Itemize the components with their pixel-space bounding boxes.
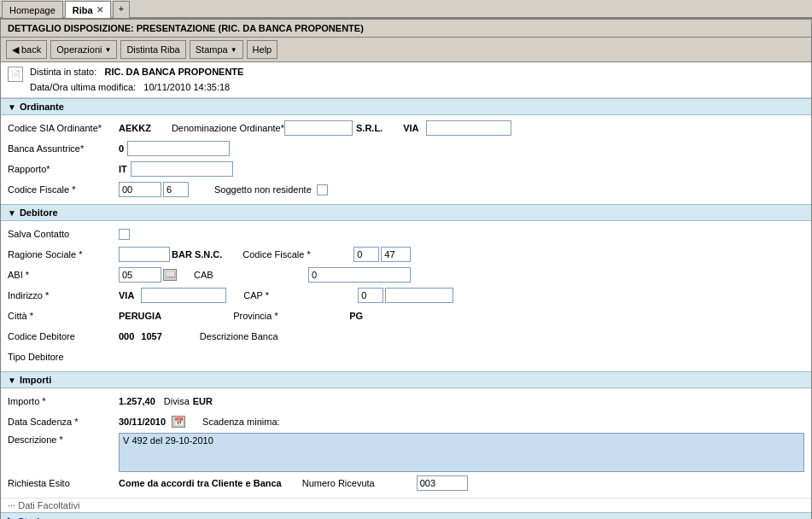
cab-label: CAB — [194, 270, 305, 280]
tipo-label: Tipo Debitore — [8, 352, 119, 362]
soggetto-checkbox[interactable] — [317, 184, 328, 195]
abi-input[interactable] — [119, 267, 161, 283]
status-icon: 📄 — [8, 67, 23, 82]
cf-deb-input1[interactable] — [353, 247, 379, 262]
richiesta-value: Come da accordi tra Cliente e Banca — [119, 478, 282, 488]
richiesta-label: Richiesta Esito — [8, 478, 119, 488]
provincia-value: PG — [349, 311, 363, 321]
tab-close-icon[interactable]: ✕ — [96, 5, 103, 15]
dati-facoltativi-row[interactable]: ··· Dati Facoltativi — [1, 498, 811, 512]
indirizzo-input[interactable] — [141, 288, 226, 303]
abi-book-icon[interactable]: 📖 — [163, 269, 177, 281]
banca-input[interactable] — [127, 141, 230, 156]
data-scadenza-value: 30/11/2010 — [119, 417, 166, 427]
add-icon: + — [119, 3, 124, 14]
debitore-form: Salva Contatto Ragione Sociale * BAR S.N… — [1, 221, 811, 371]
cap-input1[interactable] — [358, 288, 383, 303]
cf-input1[interactable] — [119, 182, 161, 197]
banca-value: 0 — [119, 143, 124, 154]
importi-title: Importi — [20, 375, 51, 385]
data-scadenza-label: Data Scadenza * — [8, 417, 119, 427]
soggetto-label: Soggetto non residente — [214, 184, 312, 195]
cap-label: CAP * — [243, 290, 354, 300]
codice-sia-label: Codice SIA Ordinante* — [8, 123, 119, 133]
via-input[interactable] — [426, 120, 511, 136]
cf-ordinante-row: Codice Fiscale * Soggetto non residente — [8, 180, 804, 199]
cod-value2: 1057 — [141, 331, 161, 341]
cf-ordinante-label: Codice Fiscale * — [8, 184, 119, 195]
tipo-debitore-row: Tipo Debitore — [8, 347, 804, 366]
tab-bar: Homepage Riba ✕ + — [0, 0, 812, 19]
num-ricevuta-input[interactable] — [417, 475, 468, 491]
ragione-row: Ragione Sociale * BAR S.N.C. Codice Fisc… — [8, 245, 804, 264]
operazioni-label: Operazioni — [56, 44, 102, 55]
back-label: back — [21, 44, 41, 55]
ordinante-form: Codice SIA Ordinante* AEKKZ Denominazion… — [1, 115, 811, 204]
banca-row: Banca Assuntrice* 0 — [8, 139, 804, 158]
ordinante-title: Ordinante — [20, 102, 64, 112]
operazioni-button[interactable]: Operazioni ▼ — [50, 40, 117, 59]
riba-label: Riba — [73, 5, 93, 15]
importo-row: Importo * 1.257,40 Divisa EUR — [8, 392, 804, 411]
divisa-value: EUR — [193, 396, 213, 406]
codice-debitore-row: Codice Debitore 000 1057 Descrizione Ban… — [8, 327, 804, 346]
importi-collapse-icon: ▼ — [8, 376, 16, 385]
banca-label: Banca Assuntrice* — [8, 143, 119, 154]
tab-add-button[interactable]: + — [113, 1, 130, 18]
back-button[interactable]: ◀ back — [6, 40, 47, 59]
desc-banca-label: Descrizione Banca — [200, 331, 311, 341]
tab-homepage[interactable]: Homepage — [2, 1, 63, 18]
ragione-input1[interactable] — [119, 247, 170, 262]
data-scadenza-row: Data Scadenza * 30/11/2010 📅 Scadenza mi… — [8, 412, 804, 431]
richiesta-row: Richiesta Esito Come da accordi tra Clie… — [8, 474, 804, 493]
storia-expand-icon: ▶ — [8, 516, 15, 519]
cf-input2[interactable] — [163, 182, 189, 197]
importi-form: Importo * 1.257,40 Divisa EUR Data Scade… — [1, 388, 811, 498]
descrizione-textarea[interactable]: V 492 del 29-10-2010 — [119, 433, 804, 472]
storia-section-header[interactable]: ▶ Storia — [1, 512, 811, 519]
citta-value: PERUGIA — [119, 311, 161, 321]
indirizzo-label: Indirizzo * — [8, 290, 119, 300]
calendar-icon[interactable]: 📅 — [172, 416, 185, 428]
distinta-riba-button[interactable]: Distinta Riba — [120, 40, 185, 59]
ordinante-collapse-icon: ▼ — [8, 102, 16, 112]
ordinante-section-header[interactable]: ▼ Ordinante — [1, 98, 811, 115]
homepage-label: Homepage — [9, 5, 55, 15]
importi-section-header[interactable]: ▼ Importi — [1, 371, 811, 388]
toolbar: ◀ back Operazioni ▼ Distinta Riba Stampa… — [1, 38, 811, 62]
data-value: 10/11/2010 14:35:18 — [143, 82, 230, 92]
descrizione-label: Descrizione * — [8, 433, 119, 445]
stampa-label: Stampa — [196, 44, 228, 55]
codice-debitore-label: Codice Debitore — [8, 331, 119, 341]
via-label: VIA — [403, 123, 418, 133]
importo-value: 1.257,40 — [119, 396, 155, 406]
main-container: DETTAGLIO DISPOSIZIONE: PRESENTAZIONE (R… — [0, 19, 812, 519]
cap-input2[interactable] — [385, 288, 453, 303]
salva-checkbox[interactable] — [119, 229, 130, 240]
cf-deb-input2[interactable] — [381, 247, 411, 262]
rapporto-input[interactable] — [131, 161, 233, 177]
help-label: Help — [253, 44, 272, 55]
cab-input[interactable] — [308, 267, 411, 283]
importo-label: Importo * — [8, 396, 119, 406]
status-bar: 📄 Distinta in stato: RIC. DA BANCA PROPO… — [1, 62, 811, 98]
scadenza-min-label: Scadenza minima: — [202, 417, 313, 427]
salva-contatto-row: Salva Contatto — [8, 225, 804, 243]
stato-label: Distinta in stato: — [30, 67, 96, 77]
back-arrow-icon: ◀ — [12, 44, 19, 55]
help-button[interactable]: Help — [247, 40, 278, 59]
via-deb-value: VIA — [119, 290, 134, 300]
indirizzo-row: Indirizzo * VIA CAP * — [8, 286, 804, 305]
tab-riba[interactable]: Riba ✕ — [65, 1, 111, 18]
cod-value1: 000 — [119, 331, 134, 341]
stampa-button[interactable]: Stampa ▼ — [190, 40, 243, 59]
rapporto-row: Rapporto* IT — [8, 160, 804, 178]
citta-label: Città * — [8, 311, 119, 321]
citta-row: Città * PERUGIA Provincia * PG — [8, 306, 804, 325]
denominazione-label: Denominazione Ordinante* — [172, 123, 284, 133]
cf-debitore-label: Codice Fiscale * — [242, 249, 353, 260]
abi-label: ABI * — [8, 270, 119, 280]
debitore-section-header[interactable]: ▼ Debitore — [1, 204, 811, 221]
codice-sia-value: AEKKZ — [119, 123, 151, 133]
denominazione-input[interactable] — [284, 120, 353, 136]
